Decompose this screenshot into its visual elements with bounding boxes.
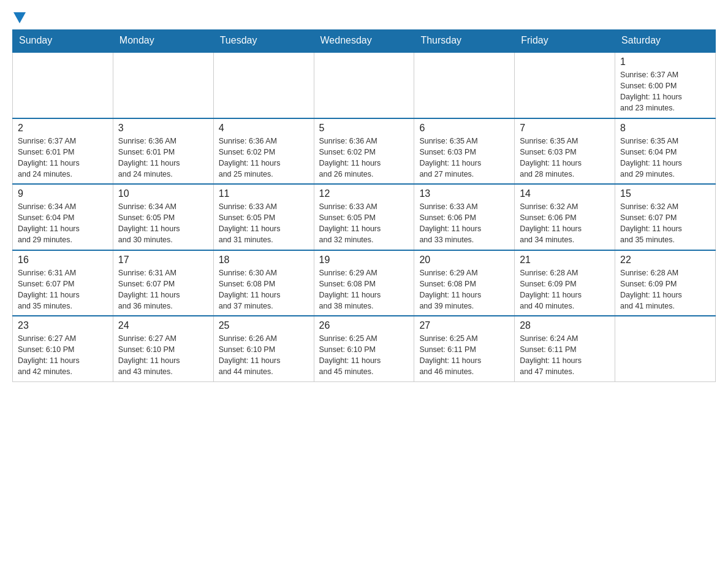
day-info: Sunrise: 6:32 AM Sunset: 6:06 PM Dayligh…	[520, 201, 610, 246]
calendar-cell	[615, 316, 716, 381]
calendar-cell: 2Sunrise: 6:37 AM Sunset: 6:01 PM Daylig…	[13, 118, 113, 185]
day-info: Sunrise: 6:34 AM Sunset: 6:05 PM Dayligh…	[118, 201, 208, 246]
day-info: Sunrise: 6:35 AM Sunset: 6:03 PM Dayligh…	[419, 136, 509, 180]
calendar-week-row: 9Sunrise: 6:34 AM Sunset: 6:04 PM Daylig…	[13, 184, 716, 250]
day-info: Sunrise: 6:35 AM Sunset: 6:03 PM Dayligh…	[520, 136, 610, 180]
day-info: Sunrise: 6:25 AM Sunset: 6:10 PM Dayligh…	[319, 333, 409, 378]
calendar-table: SundayMondayTuesdayWednesdayThursdayFrid…	[12, 29, 716, 382]
day-info: Sunrise: 6:31 AM Sunset: 6:07 PM Dayligh…	[18, 267, 108, 312]
day-info: Sunrise: 6:37 AM Sunset: 6:01 PM Dayligh…	[18, 136, 108, 180]
calendar-cell: 12Sunrise: 6:33 AM Sunset: 6:05 PM Dayli…	[314, 184, 414, 250]
day-number: 12	[319, 188, 409, 199]
calendar-cell: 5Sunrise: 6:36 AM Sunset: 6:02 PM Daylig…	[314, 118, 414, 185]
calendar-cell: 3Sunrise: 6:36 AM Sunset: 6:01 PM Daylig…	[113, 118, 213, 185]
calendar-cell: 14Sunrise: 6:32 AM Sunset: 6:06 PM Dayli…	[515, 184, 615, 250]
day-number: 13	[419, 188, 509, 199]
calendar-cell: 7Sunrise: 6:35 AM Sunset: 6:03 PM Daylig…	[515, 118, 615, 185]
day-number: 17	[118, 255, 208, 266]
calendar-cell: 17Sunrise: 6:31 AM Sunset: 6:07 PM Dayli…	[113, 250, 213, 316]
day-info: Sunrise: 6:35 AM Sunset: 6:04 PM Dayligh…	[620, 136, 710, 180]
calendar-cell: 11Sunrise: 6:33 AM Sunset: 6:05 PM Dayli…	[213, 184, 314, 250]
day-info: Sunrise: 6:33 AM Sunset: 6:05 PM Dayligh…	[319, 201, 409, 246]
calendar-cell: 25Sunrise: 6:26 AM Sunset: 6:10 PM Dayli…	[213, 316, 314, 381]
header-saturday: Saturday	[615, 30, 716, 52]
header-monday: Monday	[113, 30, 213, 52]
day-info: Sunrise: 6:29 AM Sunset: 6:08 PM Dayligh…	[419, 267, 509, 312]
day-info: Sunrise: 6:32 AM Sunset: 6:07 PM Dayligh…	[620, 201, 710, 246]
day-info: Sunrise: 6:36 AM Sunset: 6:02 PM Dayligh…	[219, 136, 309, 180]
day-info: Sunrise: 6:29 AM Sunset: 6:08 PM Dayligh…	[319, 267, 409, 312]
calendar-cell: 6Sunrise: 6:35 AM Sunset: 6:03 PM Daylig…	[414, 118, 515, 185]
day-number: 6	[419, 123, 509, 134]
calendar-cell: 21Sunrise: 6:28 AM Sunset: 6:09 PM Dayli…	[515, 250, 615, 316]
calendar-cell: 23Sunrise: 6:27 AM Sunset: 6:10 PM Dayli…	[13, 316, 113, 381]
page-header	[12, 12, 716, 23]
calendar-cell: 20Sunrise: 6:29 AM Sunset: 6:08 PM Dayli…	[414, 250, 515, 316]
header-wednesday: Wednesday	[314, 30, 414, 52]
day-number: 2	[18, 123, 108, 134]
day-number: 23	[18, 320, 108, 331]
day-number: 18	[219, 255, 309, 266]
day-number: 22	[620, 255, 710, 266]
day-info: Sunrise: 6:28 AM Sunset: 6:09 PM Dayligh…	[520, 267, 610, 312]
day-info: Sunrise: 6:30 AM Sunset: 6:08 PM Dayligh…	[219, 267, 309, 312]
day-number: 1	[620, 56, 710, 67]
day-info: Sunrise: 6:33 AM Sunset: 6:05 PM Dayligh…	[219, 201, 309, 246]
calendar-cell: 26Sunrise: 6:25 AM Sunset: 6:10 PM Dayli…	[314, 316, 414, 381]
calendar-week-row: 2Sunrise: 6:37 AM Sunset: 6:01 PM Daylig…	[13, 118, 716, 185]
day-number: 21	[520, 255, 610, 266]
calendar-cell	[213, 52, 314, 118]
day-number: 19	[319, 255, 409, 266]
logo-triangle-icon	[13, 12, 26, 23]
day-number: 28	[520, 320, 610, 331]
day-info: Sunrise: 6:36 AM Sunset: 6:02 PM Dayligh…	[319, 136, 409, 180]
day-number: 27	[419, 320, 509, 331]
day-info: Sunrise: 6:26 AM Sunset: 6:10 PM Dayligh…	[219, 333, 309, 378]
day-info: Sunrise: 6:37 AM Sunset: 6:00 PM Dayligh…	[620, 69, 710, 114]
day-number: 8	[620, 123, 710, 134]
calendar-cell: 1Sunrise: 6:37 AM Sunset: 6:00 PM Daylig…	[615, 52, 716, 118]
header-friday: Friday	[515, 30, 615, 52]
calendar-cell: 22Sunrise: 6:28 AM Sunset: 6:09 PM Dayli…	[615, 250, 716, 316]
day-number: 16	[18, 255, 108, 266]
calendar-week-row: 16Sunrise: 6:31 AM Sunset: 6:07 PM Dayli…	[13, 250, 716, 316]
day-info: Sunrise: 6:27 AM Sunset: 6:10 PM Dayligh…	[18, 333, 108, 378]
day-number: 10	[118, 188, 208, 199]
day-number: 24	[118, 320, 208, 331]
day-number: 25	[219, 320, 309, 331]
day-info: Sunrise: 6:33 AM Sunset: 6:06 PM Dayligh…	[419, 201, 509, 246]
calendar-cell: 13Sunrise: 6:33 AM Sunset: 6:06 PM Dayli…	[414, 184, 515, 250]
day-number: 15	[620, 188, 710, 199]
day-number: 20	[419, 255, 509, 266]
logo	[12, 12, 27, 23]
day-info: Sunrise: 6:24 AM Sunset: 6:11 PM Dayligh…	[520, 333, 610, 378]
calendar-cell: 9Sunrise: 6:34 AM Sunset: 6:04 PM Daylig…	[13, 184, 113, 250]
calendar-cell: 10Sunrise: 6:34 AM Sunset: 6:05 PM Dayli…	[113, 184, 213, 250]
header-thursday: Thursday	[414, 30, 515, 52]
calendar-header-row: SundayMondayTuesdayWednesdayThursdayFrid…	[13, 30, 716, 52]
day-number: 11	[219, 188, 309, 199]
day-info: Sunrise: 6:27 AM Sunset: 6:10 PM Dayligh…	[118, 333, 208, 378]
header-tuesday: Tuesday	[213, 30, 314, 52]
calendar-cell: 15Sunrise: 6:32 AM Sunset: 6:07 PM Dayli…	[615, 184, 716, 250]
calendar-cell	[515, 52, 615, 118]
calendar-week-row: 1Sunrise: 6:37 AM Sunset: 6:00 PM Daylig…	[13, 52, 716, 118]
calendar-week-row: 23Sunrise: 6:27 AM Sunset: 6:10 PM Dayli…	[13, 316, 716, 381]
day-info: Sunrise: 6:36 AM Sunset: 6:01 PM Dayligh…	[118, 136, 208, 180]
day-info: Sunrise: 6:28 AM Sunset: 6:09 PM Dayligh…	[620, 267, 710, 312]
day-number: 14	[520, 188, 610, 199]
day-info: Sunrise: 6:31 AM Sunset: 6:07 PM Dayligh…	[118, 267, 208, 312]
calendar-cell: 24Sunrise: 6:27 AM Sunset: 6:10 PM Dayli…	[113, 316, 213, 381]
calendar-cell: 8Sunrise: 6:35 AM Sunset: 6:04 PM Daylig…	[615, 118, 716, 185]
day-number: 26	[319, 320, 409, 331]
calendar-cell	[314, 52, 414, 118]
day-number: 5	[319, 123, 409, 134]
calendar-cell: 27Sunrise: 6:25 AM Sunset: 6:11 PM Dayli…	[414, 316, 515, 381]
header-sunday: Sunday	[13, 30, 113, 52]
day-number: 4	[219, 123, 309, 134]
calendar-cell: 28Sunrise: 6:24 AM Sunset: 6:11 PM Dayli…	[515, 316, 615, 381]
day-info: Sunrise: 6:34 AM Sunset: 6:04 PM Dayligh…	[18, 201, 108, 246]
calendar-cell	[113, 52, 213, 118]
calendar-cell: 16Sunrise: 6:31 AM Sunset: 6:07 PM Dayli…	[13, 250, 113, 316]
day-number: 9	[18, 188, 108, 199]
